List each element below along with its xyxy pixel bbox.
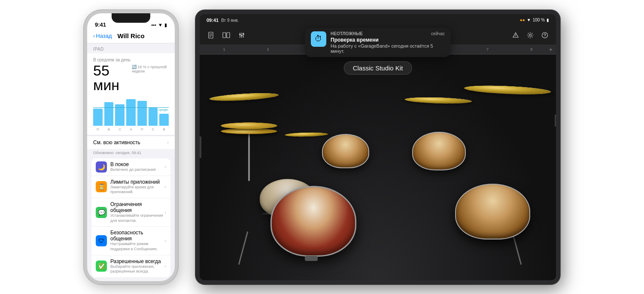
add-track-button[interactable]: + [549,46,553,53]
chevron-right-icon: › [164,184,166,190]
app-limits-subtitle: Лимитируйте время для приложений. [110,185,164,195]
crash-cymbal-right[interactable] [400,97,477,105]
notification-content: НЕОТЛОЖНЫЕ сейчас Проверка времени На ра… [331,31,445,54]
tablet-side-button[interactable] [555,115,557,127]
bass-pedal[interactable] [305,256,318,261]
menu-text-comm-limits: Ограничения общения Устанавливайте огран… [110,201,164,223]
tablet-status-right: ●● ▼ 100 % ▮ [520,18,549,22]
avg-row: 55 мин 🔄 16 % с прошлой недели [93,63,169,92]
tablet-time: 09:41 Вт 9 янв. [207,18,239,23]
menu-item-downtime[interactable]: 🌙 В покое Включено до расписания › [91,158,170,176]
notification-title: Проверка времени [331,37,445,43]
svg-point-16 [544,36,545,37]
day-3: Ч [126,127,136,131]
tom-drum-1[interactable] [322,134,369,168]
back-button[interactable]: ‹ Назад [93,33,112,39]
doc-icon-button[interactable] [205,29,217,41]
chevron-left-icon: ‹ [93,33,95,39]
ruler-2: 2 [246,47,290,52]
notification-banner[interactable]: ⏱ НЕОТЛОЖНЫЕ сейчас Проверка времени На … [305,28,451,57]
tablet-home-button[interactable] [199,136,201,158]
battery-icon: ▮ [164,22,167,28]
drum-kit-area[interactable]: Classic Studio Kit [200,55,556,280]
avg-line-label: средн. [158,108,169,112]
day-2: С [115,127,125,131]
menu-item-app-limits[interactable]: ⏳ Лимиты приложений Лимитируйте время дл… [91,176,170,198]
nav-title: Will Rico [117,32,144,39]
chart-bar-5 [149,108,158,126]
phone-nav-bar: ‹ Назад Will Rico [87,30,175,43]
change-badge: 🔄 16 % с прошлой недели [132,65,169,73]
chart-bar-1 [104,102,114,126]
menu-text-app-limits: Лимиты приложений Лимитируйте время для … [110,179,164,195]
tom-drum-2[interactable] [412,132,466,170]
kit-label[interactable]: Classic Studio Kit [344,61,412,75]
chevron-right-icon: › [164,164,166,170]
svg-rect-11 [243,33,244,35]
avg-label: В среднем за день [93,58,169,62]
updated-label: Обновлено: сегодня, 09:41 [87,149,175,157]
always-allowed-subtitle: Выбирайте приложения, разрешённые всегда… [110,264,164,274]
menu-text-downtime: В покое Включено до расписания [110,161,164,173]
drum-scene [200,55,556,280]
back-label: Назад [96,33,112,39]
chart-area: средн. [93,96,169,126]
day-0: П [93,127,103,131]
tablet-frame: 09:41 Вт 9 янв. ●● ▼ 100 % ▮ [195,10,560,285]
change-text: 🔄 16 % с прошлой недели [132,65,169,73]
alert-icon-button[interactable] [510,29,522,41]
svg-rect-10 [241,35,243,36]
phone-frame: 9:41 ▪▪▪ ▼ ▮ ‹ Назад Will Rico IPAD [84,10,178,285]
stand-left [238,231,249,264]
layout-icon-button[interactable] [220,29,232,41]
wifi-icon: ▼ [158,22,163,27]
garageband-toolbar: ⏱ НЕОТЛОЖНЫЕ сейчас Проверка времени На … [200,26,556,45]
hi-hat-top[interactable] [217,122,281,129]
menu-section: 🌙 В покое Включено до расписания › ⏳ Лим… [91,158,170,278]
help-icon-button[interactable] [539,29,551,41]
ruler-1: 1 [202,47,246,52]
day-6: В [159,127,169,131]
chevron-right-icon: › [164,263,166,269]
menu-item-always-allowed[interactable]: ✅ Разрешенные всегда Выбирайте приложени… [91,255,170,277]
gear-icon-button[interactable] [524,29,536,41]
chart-bar-4 [137,101,147,126]
view-all-row[interactable]: См. всю активность › [87,136,175,149]
view-all-text: См. всю активность [93,139,140,145]
downtime-icon: 🌙 [96,161,107,173]
hi-hat-bottom[interactable] [218,128,280,134]
always-allowed-title: Разрешенные всегда [110,258,164,264]
bass-drum[interactable] [270,186,356,257]
signal-dots-icon: ●● [520,18,525,22]
battery-bar-icon: ▮ [547,18,549,22]
phone-status-icons: ▪▪▪ ▼ ▮ [151,22,167,28]
phone-content: IPAD В среднем за день 55 мин 🔄 16 % с п… [87,43,175,281]
phone-time: 9:41 [95,21,106,28]
crash-cymbal-left[interactable] [205,92,283,103]
day-1: В [104,127,114,131]
notification-header: НЕОТЛОЖНЫЕ сейчас [331,31,445,36]
chart-bar-0 [93,109,103,126]
stats-section: В среднем за день 55 мин 🔄 16 % с прошло… [87,53,175,135]
phone-notch [112,13,150,23]
day-5: С [149,127,158,131]
menu-text-always-allowed: Разрешенные всегда Выбирайте приложения,… [110,258,164,274]
comm-safety-subtitle: Настраивайте режим поддержки в Сообщения… [110,242,164,252]
ride-cymbal[interactable] [457,85,556,97]
mixer-icon-button[interactable] [236,29,248,41]
chart-labels: П В С Ч П С В [93,127,169,131]
notification-time: сейчас [431,31,445,36]
svg-point-14 [529,34,532,36]
svg-rect-5 [227,33,230,38]
downtime-title: В покое [110,161,164,167]
ruler-8: 8 [510,47,553,52]
menu-item-comm-safety[interactable]: 🛡 Безопасность общения Настраивайте режи… [91,227,170,255]
floor-tom[interactable] [455,184,530,239]
day-4: П [137,127,147,131]
menu-item-comm-limits[interactable]: 💬 Ограничения общения Устанавливайте огр… [91,198,170,227]
phone-screen: 9:41 ▪▪▪ ▼ ▮ ‹ Назад Will Rico IPAD [87,13,175,281]
comm-limits-title: Ограничения общения [110,201,164,213]
ipad-section-label: IPAD [87,43,175,53]
big-minutes: 55 мин [93,63,128,92]
small-cymbal[interactable] [283,132,331,137]
